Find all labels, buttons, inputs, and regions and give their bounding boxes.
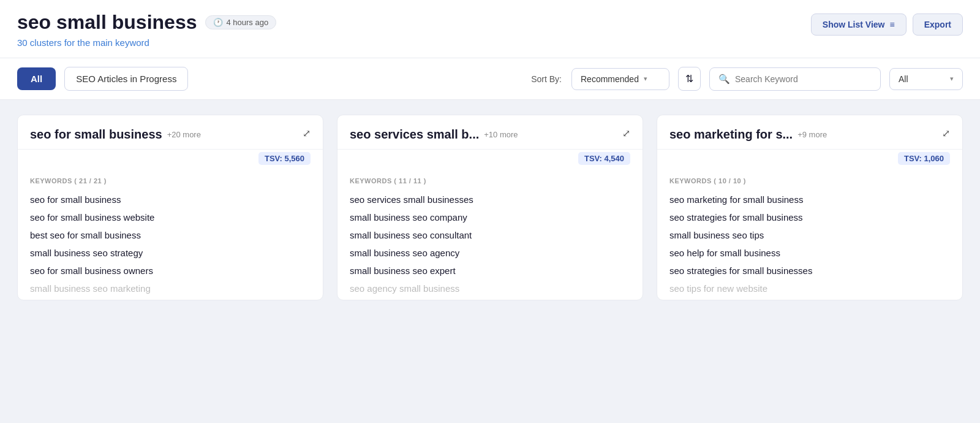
search-box[interactable]: 🔍 <box>709 67 881 91</box>
card-title-1: seo services small b... <box>350 128 479 142</box>
filter-bar: All SEO Articles in Progress Sort By: Re… <box>0 58 980 100</box>
keyword-item-2-2: small business seo tips <box>669 226 950 244</box>
card-title-0: seo for small business <box>30 128 162 142</box>
seo-progress-label: SEO Articles in Progress <box>76 74 176 84</box>
card-0: seo for small business+20 more⤢TSV: 5,56… <box>17 115 323 300</box>
card-tsv-badge-2: TSV: 1,060 <box>898 152 950 165</box>
page-title: seo small business <box>17 11 197 34</box>
keyword-item-1-4: small business seo expert <box>350 262 630 280</box>
page-subtitle: 30 clusters for the main keyword <box>17 37 276 48</box>
card-title-row-0: seo for small business+20 more <box>30 128 201 142</box>
card-tsv-row-1: TSV: 4,540 <box>337 147 643 165</box>
sort-arrows-icon: ⇅ <box>685 73 693 85</box>
card-keywords-label-2: KEYWORDS ( 10 / 10 ) <box>669 177 950 185</box>
card-expand-icon-2[interactable]: ⤢ <box>942 128 950 139</box>
card-more-badge-0: +20 more <box>167 130 201 139</box>
filter-all-label: All <box>899 74 908 84</box>
seo-progress-filter-button[interactable]: SEO Articles in Progress <box>64 67 188 91</box>
card-body-2: KEYWORDS ( 10 / 10 )seo marketing for sm… <box>657 167 962 300</box>
search-icon: 🔍 <box>718 74 730 85</box>
keyword-item-0-4: seo for small business owners <box>30 262 311 280</box>
sort-arrows-button[interactable]: ⇅ <box>678 67 701 91</box>
all-filter-label: All <box>31 74 42 84</box>
card-header-1: seo services small b...+10 more⤢ <box>337 115 643 150</box>
keyword-item-0-2: best seo for small business <box>30 226 311 244</box>
card-tsv-badge-0: TSV: 5,560 <box>258 152 311 165</box>
keyword-item-2-0: seo marketing for small business <box>669 191 950 208</box>
header-left: seo small business 🕐 4 hours ago 30 clus… <box>17 11 276 48</box>
clock-icon: 🕐 <box>213 18 223 27</box>
sort-value: Recommended <box>581 74 639 84</box>
keyword-item-0-1: seo for small business website <box>30 208 311 226</box>
export-button[interactable]: Export <box>913 13 963 36</box>
card-keywords-label-1: KEYWORDS ( 11 / 11 ) <box>350 177 630 185</box>
sort-dropdown[interactable]: Recommended ▾ <box>571 68 669 90</box>
card-expand-icon-0[interactable]: ⤢ <box>303 128 311 139</box>
card-title-row-1: seo services small b...+10 more <box>350 128 518 142</box>
card-body-0: KEYWORDS ( 21 / 21 )seo for small busine… <box>18 167 323 300</box>
keyword-item-2-5: seo tips for new website <box>669 280 950 297</box>
keyword-item-1-2: small business seo consultant <box>350 226 630 244</box>
card-keywords-label-0: KEYWORDS ( 21 / 21 ) <box>30 177 311 185</box>
card-header-2: seo marketing for s...+9 more⤢ <box>657 115 962 150</box>
keyword-item-2-4: seo strategies for small businesses <box>669 262 950 280</box>
list-lines-icon: ≡ <box>889 20 894 29</box>
sort-by-label: Sort By: <box>531 74 562 84</box>
keyword-item-0-5: small business seo marketing <box>30 280 311 297</box>
card-expand-icon-1[interactable]: ⤢ <box>622 128 630 139</box>
card-tsv-row-2: TSV: 1,060 <box>657 147 962 165</box>
time-badge: 🕐 4 hours ago <box>205 15 276 29</box>
time-ago-text: 4 hours ago <box>226 18 268 27</box>
filter-chevron-icon: ▾ <box>950 75 954 83</box>
card-body-1: KEYWORDS ( 11 / 11 )seo services small b… <box>337 167 643 300</box>
all-filter-button[interactable]: All <box>17 67 56 90</box>
list-view-button[interactable]: Show List View ≡ <box>811 13 907 36</box>
card-more-badge-2: +9 more <box>797 130 827 139</box>
list-view-label: Show List View <box>823 20 885 29</box>
card-tsv-row-0: TSV: 5,560 <box>18 147 323 165</box>
keyword-item-2-1: seo strategies for small business <box>669 208 950 226</box>
keyword-item-1-5: seo agency small business <box>350 280 630 297</box>
keyword-item-0-3: small business seo strategy <box>30 244 311 262</box>
card-tsv-badge-1: TSV: 4,540 <box>578 152 630 165</box>
card-more-badge-1: +10 more <box>484 130 518 139</box>
search-input[interactable] <box>735 74 872 84</box>
page-title-row: seo small business 🕐 4 hours ago <box>17 11 276 34</box>
card-1: seo services small b...+10 more⤢TSV: 4,5… <box>337 115 643 300</box>
filter-all-dropdown[interactable]: All ▾ <box>889 68 963 90</box>
card-title-row-2: seo marketing for s...+9 more <box>669 128 827 142</box>
cards-container: seo for small business+20 more⤢TSV: 5,56… <box>0 100 980 315</box>
sort-chevron-icon: ▾ <box>644 75 647 83</box>
keyword-item-1-0: seo services small businesses <box>350 191 630 208</box>
header-actions: Show List View ≡ Export <box>811 13 963 36</box>
keyword-item-1-1: small business seo company <box>350 208 630 226</box>
keyword-item-1-3: small business seo agency <box>350 244 630 262</box>
card-title-2: seo marketing for s... <box>669 128 793 142</box>
export-label: Export <box>924 20 951 29</box>
card-2: seo marketing for s...+9 more⤢TSV: 1,060… <box>657 115 963 300</box>
keyword-item-0-0: seo for small business <box>30 191 311 208</box>
keyword-item-2-3: seo help for small business <box>669 244 950 262</box>
card-header-0: seo for small business+20 more⤢ <box>18 115 323 150</box>
page-header: seo small business 🕐 4 hours ago 30 clus… <box>0 0 980 58</box>
